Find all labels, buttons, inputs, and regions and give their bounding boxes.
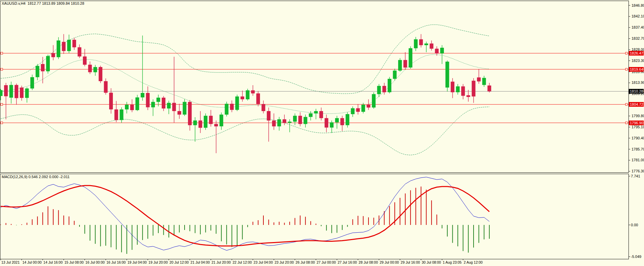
date-tick-label: 15 Jul 08:00	[64, 260, 84, 264]
price-tick-label: 1813.90	[632, 80, 644, 85]
date-tick-label: 19 Jul 20:00	[149, 260, 168, 264]
price-tick-label: 1790.40	[632, 136, 644, 140]
macd-tick-label: -5.049	[631, 255, 641, 259]
level-price-box: 1804.72	[629, 102, 644, 107]
macd-tick-label: 7.741	[631, 174, 640, 178]
price-tick-label: 1832.70	[632, 36, 644, 40]
date-tick-label: 19 Jul 04:00	[127, 260, 147, 264]
price-chart-canvas[interactable]	[0, 0, 644, 266]
chart-window: XAUUSD.v,H4 1812.77 1813.89 1809.84 1810…	[0, 0, 644, 266]
date-tick-label: 22 Jul 12:00	[232, 260, 252, 264]
price-tick-label: 1776.30	[632, 169, 644, 173]
macd-tick-label: 0.00	[631, 223, 638, 227]
date-tick-label: 23 Jul 20:00	[275, 260, 294, 264]
date-tick-label: 26 Jul 08:00	[296, 260, 315, 264]
date-tick-label: 29 Jul 00:00	[380, 260, 399, 264]
date-tick-label: 16 Jul 16:00	[106, 260, 126, 264]
date-tick-label: 14 Jul 16:00	[43, 260, 63, 264]
date-tick-label: 2 Aug 12:00	[464, 260, 483, 264]
date-tick-label: 29 Jul 16:00	[401, 260, 420, 264]
level-price-box: 1819.64	[629, 67, 644, 72]
macd-name-label: MACD(12,26,9)	[2, 175, 27, 179]
symbol-period-label: XAUUSD.v,H4	[2, 1, 26, 5]
macd-indicator-title: MACD(12,26,9) 0.546 2.092 0.000 -2.011	[2, 175, 70, 179]
chart-symbol-title: XAUUSD.v,H4 1812.77 1813.89 1809.84 1810…	[2, 1, 84, 5]
current-price-box: 1810.28	[629, 89, 644, 94]
date-tick-label: 14 Jul 00:00	[22, 260, 41, 264]
date-tick-label: 30 Jul 08:00	[422, 260, 441, 264]
price-tick-label: 1781.00	[632, 158, 644, 162]
level-price-box: 1796.90	[629, 121, 644, 125]
price-tick-label: 1785.70	[632, 147, 644, 151]
date-tick-label: 27 Jul 16:00	[337, 260, 357, 264]
price-tick-label: 1842.10	[632, 14, 644, 18]
price-tick-label: 1823.30	[632, 59, 644, 63]
date-tick-label: 28 Jul 08:00	[359, 260, 378, 264]
price-tick-label: 1837.40	[632, 25, 644, 29]
price-tick-label: 1846.80	[632, 3, 644, 7]
date-tick-label: 1 Aug 23:05	[443, 260, 461, 264]
date-tick-label: 23 Jul 04:00	[254, 260, 273, 264]
level-price-box: 1826.47	[629, 51, 644, 56]
price-tick-label: 1799.80	[632, 114, 644, 118]
date-tick-label: 27 Jul 00:00	[317, 260, 336, 264]
date-tick-label: 20 Jul 12:00	[169, 260, 189, 264]
price-tick-label: 1795.10	[632, 125, 644, 129]
date-tick-label: 21 Jul 04:00	[191, 260, 210, 264]
date-tick-label: 21 Jul 20:00	[212, 260, 231, 264]
ohlc-readout: 1812.77 1813.89 1809.84 1810.28	[28, 1, 84, 5]
date-tick-label: 16 Jul 00:00	[86, 260, 105, 264]
date-tick-label: 13 Jul 2021	[1, 260, 20, 264]
macd-values-readout: 0.546 2.092 0.000 -2.011	[28, 175, 69, 179]
